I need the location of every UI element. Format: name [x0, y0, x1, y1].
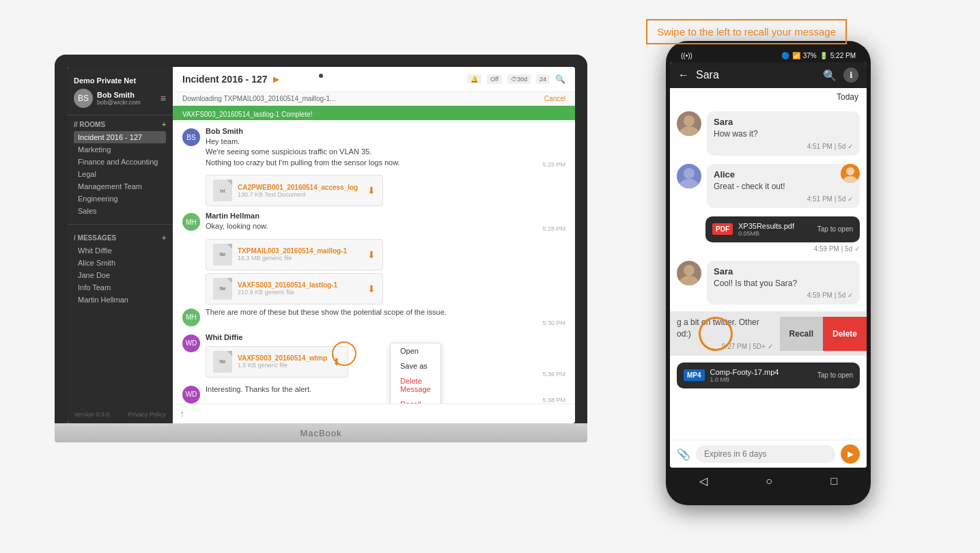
context-menu-recall[interactable]: Recall Message	[391, 397, 440, 403]
sidebar-item-info[interactable]: Info Team	[74, 281, 166, 294]
recall-button[interactable]: Recall	[780, 317, 823, 351]
sidebar-user[interactable]: BS Bob Smith bob@wickr.com ≡	[74, 89, 166, 108]
msg-content: There are more of these but these show t…	[206, 307, 537, 326]
msg-content: Martin Hellman Okay, looking now.	[206, 212, 537, 231]
phone-info-button[interactable]: ℹ	[843, 68, 858, 83]
sidebar-item-martin[interactable]: Martin Hellman	[74, 294, 166, 306]
sidebar-item-marketing[interactable]: Marketing	[74, 143, 166, 156]
phone-search-button[interactable]: 🔍	[823, 69, 837, 82]
recents-nav-button[interactable]: □	[831, 475, 838, 487]
recall-annotation: Swipe to the left to recall your message	[646, 19, 847, 44]
list-item: Sara Cool! Is that you Sara? 4:59 PM | 5…	[670, 257, 867, 309]
back-button[interactable]: ←	[678, 69, 689, 81]
svg-point-2	[684, 168, 695, 179]
msg-sender: Whit Diffie	[206, 333, 537, 341]
context-menu-open[interactable]: Open	[391, 343, 440, 358]
cancel-button[interactable]: Cancel	[544, 95, 565, 102]
home-nav-button[interactable]: ○	[766, 475, 772, 487]
table-row: WD Interesting. Thanks for the alert. 5:…	[182, 384, 565, 403]
off-badge: Off	[487, 74, 502, 84]
sidebar-divider	[67, 224, 173, 225]
phone-msg-text: How was it?	[714, 128, 853, 140]
msg-text: Nothing too crazy but I'm pulling from t…	[206, 158, 537, 168]
delete-button[interactable]: Delete	[823, 317, 867, 351]
msg-time: 5:30 PM	[542, 320, 565, 326]
right-avatar	[841, 164, 860, 183]
phone-home-bar: ◁ ○ □	[670, 468, 867, 494]
download-button[interactable]: ⬇	[333, 356, 341, 367]
file-size: 210.9 KB generic file	[238, 289, 362, 296]
phone-msg-time: 4:51 PM | 5d ✓	[714, 195, 853, 203]
sidebar-item-engineering[interactable]: Engineering	[74, 193, 166, 205]
download-button[interactable]: ⬇	[367, 185, 376, 196]
privacy-link[interactable]: Privacy Policy	[128, 411, 166, 418]
tap-to-open[interactable]: Tap to open	[817, 225, 853, 233]
msg-time: 5:36 PM	[542, 371, 565, 378]
sidebar-item-whit[interactable]: Whit Diffie	[74, 244, 166, 257]
phone-file-name-mp4: Comp-Footy-17.mp4	[710, 368, 779, 376]
phone-text-input[interactable]	[696, 445, 835, 463]
clock: 5:22 PM	[830, 52, 856, 59]
sidebar-header: Demo Private Net BS Bob Smith bob@wickr.…	[67, 67, 173, 115]
attach-icon[interactable]: 📎	[677, 448, 690, 461]
phone-nav-bar: ← Sara 🔍 ℹ	[670, 62, 867, 88]
messages-add-icon[interactable]: +	[162, 234, 166, 242]
rooms-add-icon[interactable]: +	[162, 121, 166, 128]
table-row: MH There are more of these but these sho…	[182, 307, 565, 326]
sidebar-item-sales[interactable]: Sales	[74, 205, 166, 217]
phone-msg-text: Great - check it out!	[714, 181, 853, 193]
context-menu-delete[interactable]: Delete Message	[391, 373, 440, 397]
swipe-recall-row[interactable]: g a bit on twitter. Other od:) 9:27 PM |…	[670, 311, 867, 356]
sidebar-footer: Version 0.9.0 Privacy Policy	[67, 406, 173, 423]
context-menu: Open Save as Delete Message Recall Messa…	[390, 343, 441, 403]
list-item: MP4 Comp-Footy-17.mp4 1.0 MB Tap to open	[670, 358, 867, 393]
sidebar-item-alice[interactable]: Alice Smith	[74, 257, 166, 269]
file-details: VAXFS003_20160514_lastlog-1 210.9 KB gen…	[238, 281, 362, 296]
file-size: 130.7 KB Text Document	[238, 191, 362, 198]
table-row: MH Martin Hellman Okay, looking now. 5:2…	[182, 212, 565, 231]
sidebar-item-jane[interactable]: Jane Doe	[74, 269, 166, 281]
sidebar-item-incident[interactable]: Incident 2016 - 127	[74, 131, 166, 143]
main-chat-area: Incident 2016 - 127 ▶ 🔔 Off ⏱30d	[173, 67, 575, 423]
sara-avatar-2	[677, 261, 701, 285]
avatar: WD	[182, 335, 200, 352]
file-name: VAXFS003_20160514_wtmp	[238, 354, 327, 362]
back-nav-button[interactable]: ◁	[699, 474, 708, 487]
msg-sender: Martin Hellman	[206, 212, 537, 220]
msg-content: Interesting. Thanks for the alert.	[206, 384, 537, 403]
download-button[interactable]: ⬇	[367, 249, 376, 260]
sidebar-item-legal[interactable]: Legal	[74, 168, 166, 180]
phone-file-msg-mp4: MP4 Comp-Footy-17.mp4 1.0 MB Tap to open	[677, 363, 860, 388]
laptop-camera	[319, 74, 323, 78]
chat-header-icons: 🔔 Off ⏱30d 24 🔍	[467, 74, 565, 84]
upload-icon[interactable]: ↑	[180, 408, 184, 419]
file-attachment-row: txt CA2PWEB001_20160514_access_log 130.7…	[182, 175, 565, 206]
hamburger-icon[interactable]: ≡	[160, 93, 166, 104]
sidebar-network-name: Demo Private Net	[74, 76, 166, 85]
msg-time: 5:28 PM	[542, 225, 565, 232]
tap-to-open-mp4[interactable]: Tap to open	[817, 371, 853, 379]
svg-point-0	[684, 115, 695, 126]
download-button[interactable]: ⬇	[367, 283, 376, 294]
svg-point-7	[680, 276, 699, 285]
search-button[interactable]: 🔍	[555, 74, 565, 84]
rooms-section-header: // ROOMS +	[74, 121, 166, 128]
phone-send-button[interactable]: ▶	[841, 444, 860, 464]
bluetooth-icon: 🔵	[781, 52, 789, 59]
sidebar-item-management[interactable]: Management Team	[74, 180, 166, 193]
timer-icon: ⏱30d	[511, 76, 527, 83]
msg-text: Okay, looking now.	[206, 221, 537, 231]
file-name: CA2PWEB001_20160514_access_log	[238, 184, 362, 191]
file-icon: txt	[213, 180, 232, 201]
msg-content: Whit Diffie file VAXFS003_20160514_wtmp …	[206, 333, 537, 378]
msg-time: 5:38 PM	[542, 397, 565, 403]
file-icon: file	[213, 278, 232, 300]
chat-title: Incident 2016 - 127	[182, 74, 268, 85]
avatar: MH	[182, 213, 200, 231]
context-menu-saveas[interactable]: Save as	[391, 358, 440, 373]
status-signal: ((•))	[681, 52, 692, 59]
sidebar-item-finance[interactable]: Finance and Accounting	[74, 156, 166, 168]
phone-msg-text: Cool! Is that you Sara?	[714, 278, 853, 289]
count-badge: 24	[536, 74, 550, 84]
phone-input-area: 📎 ▶	[670, 440, 867, 468]
